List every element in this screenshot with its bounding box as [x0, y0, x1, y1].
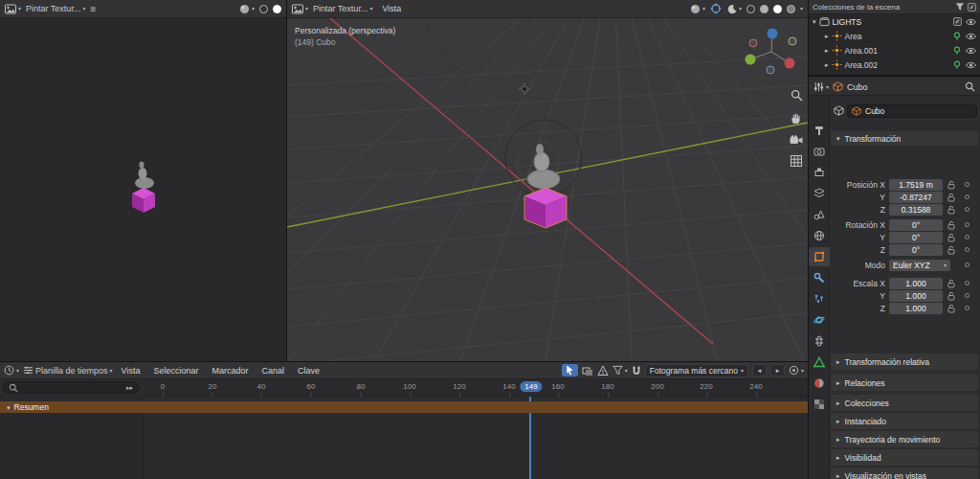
lock-icon[interactable] [947, 205, 955, 215]
menu-clave[interactable]: Clave [293, 365, 324, 376]
show-hidden-icon[interactable] [597, 365, 609, 376]
lock-icon[interactable] [947, 304, 955, 313]
animate-decorator[interactable] [965, 235, 969, 240]
tab-world[interactable] [809, 226, 830, 245]
search-options-icon[interactable]: ▸▸ [126, 384, 133, 391]
dopesheet-mode-dropdown[interactable]: Planilla de tiempos ▾ [23, 365, 113, 376]
tab-material[interactable] [809, 374, 830, 393]
tab-constraints[interactable] [809, 331, 830, 351]
section-transform[interactable]: ▾ Transformación [831, 131, 978, 146]
section-delta-transform[interactable]: ▸Transformación relativa [831, 354, 978, 370]
rotation-x-field[interactable]: 0° [889, 219, 943, 231]
left-viewport-scene[interactable] [0, 18, 286, 361]
disclosure-triangle-icon[interactable]: ▸ [825, 47, 829, 54]
animate-decorator[interactable] [965, 222, 969, 227]
outliner-item-area[interactable]: ▸ Area [809, 29, 980, 43]
section-collections[interactable]: ▸Colecciones [831, 395, 978, 411]
zoom-icon[interactable] [791, 89, 803, 102]
only-selected-icon[interactable] [582, 365, 593, 376]
overlays-dropdown[interactable]: ▾ [726, 4, 742, 14]
outliner-filter-checkbox[interactable]: ✓ [968, 3, 976, 11]
lock-icon[interactable] [947, 180, 955, 190]
cube-object[interactable] [524, 188, 567, 228]
proportional-edit-dropdown[interactable]: ▾ [789, 365, 804, 376]
lock-icon[interactable] [947, 245, 955, 255]
outliner-item-lights[interactable]: ▾ LIGHTS ✓ [809, 14, 980, 29]
tab-object[interactable] [809, 247, 830, 266]
axis-ball-x[interactable] [785, 58, 795, 69]
section-motion-paths[interactable]: ▸Trayectoria de movimiento [831, 431, 978, 447]
shading-solid-icon[interactable] [760, 5, 768, 13]
search-icon[interactable] [965, 81, 975, 92]
frame-ruler[interactable]: 0 20 40 60 80 100 120 140 160 180 200 22… [144, 379, 808, 397]
tab-object-data[interactable] [809, 353, 830, 372]
axis-ball-neg-x[interactable] [749, 39, 757, 47]
collapsed-menu-icon[interactable]: ≡ [90, 4, 96, 14]
tab-render[interactable] [809, 142, 830, 161]
editor-type-button[interactable]: ▾ [5, 4, 21, 14]
outliner-item-area002[interactable]: ▸ Area.002 [809, 57, 980, 72]
scale-x-field[interactable]: 1.000 [889, 278, 943, 289]
tab-tool[interactable] [809, 121, 830, 140]
disclosure-triangle-icon[interactable]: ▾ [813, 18, 816, 25]
mode-dropdown[interactable]: Pintar Textur... ▾ [26, 4, 85, 13]
rotation-y-field[interactable]: 0° [889, 232, 943, 243]
filter-icon[interactable] [955, 2, 965, 11]
mode-dropdown[interactable]: Pintar Textur... ▾ [313, 4, 372, 13]
shading-wire-icon[interactable] [259, 5, 268, 13]
tab-modifiers[interactable] [809, 268, 830, 287]
tab-texture[interactable] [809, 395, 830, 414]
animate-decorator[interactable] [965, 247, 969, 252]
animate-decorator[interactable] [965, 306, 969, 310]
shading-solid-icon[interactable] [273, 5, 281, 13]
menu-seleccionar[interactable]: Seleccionar [148, 365, 203, 376]
object-cube-icon[interactable] [834, 105, 844, 116]
move-view-hand-icon[interactable] [791, 112, 802, 125]
lock-icon[interactable] [947, 220, 955, 230]
snap-mode-dropdown[interactable]: Fotograma más cercano ▾ [645, 364, 748, 377]
scale-z-field[interactable]: 1.000 [889, 303, 943, 314]
select-tool-button[interactable] [562, 364, 578, 376]
animate-decorator[interactable] [965, 281, 969, 285]
position-y-field[interactable]: -0.87247 [889, 192, 943, 203]
summary-channel-row[interactable]: ▾ Resumen [0, 401, 808, 413]
shading-wireframe-icon[interactable] [746, 5, 755, 13]
animate-decorator[interactable] [965, 262, 969, 267]
animate-decorator[interactable] [965, 207, 969, 212]
lock-icon[interactable] [947, 291, 955, 301]
light-data-icon[interactable] [952, 59, 962, 70]
collection-checkbox[interactable]: ✓ [953, 17, 962, 26]
tab-particles[interactable] [809, 289, 830, 308]
section-visibility[interactable]: ▸Visibilidad [831, 449, 978, 466]
navigation-gizmo[interactable] [745, 25, 802, 79]
channel-search-input[interactable]: ▸▸ [3, 381, 139, 394]
gizmos-toggle-icon[interactable] [710, 3, 722, 14]
editor-type-button[interactable]: ▾ [292, 4, 308, 14]
filter-dropdown[interactable]: ▾ [612, 365, 628, 376]
disclosure-triangle-icon[interactable]: ▾ [7, 404, 11, 411]
outliner-item-area001[interactable]: ▸ Area.001 [809, 43, 980, 57]
paste-keyframes-button[interactable]: ▸ [770, 364, 785, 376]
matcap-dropdown[interactable]: ▾ [239, 4, 255, 14]
disclosure-triangle-icon[interactable]: ▸ [825, 33, 829, 39]
position-x-field[interactable]: 1.7519 m [889, 179, 943, 191]
axis-ball-neg-z[interactable] [767, 66, 774, 74]
tab-physics[interactable] [809, 310, 830, 330]
camera-view-icon[interactable] [790, 135, 803, 145]
section-viewport-display[interactable]: ▸Visualización en vistas [831, 468, 978, 479]
menu-vista[interactable]: Vista [377, 3, 406, 14]
shading-rendered-icon[interactable] [787, 5, 795, 13]
object-name-field[interactable]: Cubo [847, 104, 977, 118]
animate-decorator[interactable] [965, 293, 969, 298]
lock-icon[interactable] [947, 233, 955, 242]
position-z-field[interactable]: 0.31588 [889, 204, 943, 216]
copy-keyframes-button[interactable]: ◂ [752, 364, 767, 376]
animate-decorator[interactable] [965, 194, 969, 199]
toggle-ortho-grid-icon[interactable] [791, 155, 802, 167]
matcap-dropdown[interactable]: ▾ [690, 4, 705, 14]
lock-icon[interactable] [947, 279, 955, 288]
current-frame-indicator[interactable]: 149 [520, 381, 542, 392]
axis-ball-z[interactable] [768, 29, 778, 39]
disclosure-triangle-icon[interactable]: ▸ [825, 61, 829, 68]
main-viewport-scene[interactable] [287, 18, 808, 361]
